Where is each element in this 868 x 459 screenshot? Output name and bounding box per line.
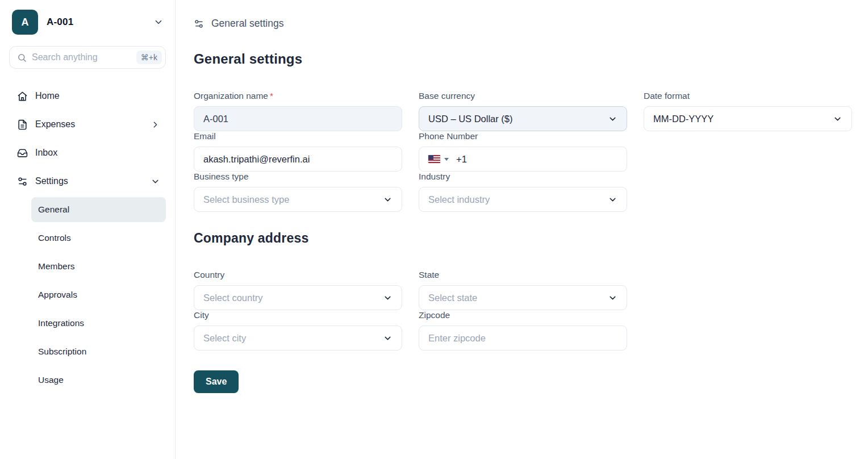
save-button[interactable]: Save [194, 370, 239, 393]
required-asterisk: * [270, 91, 273, 101]
business-type-select[interactable]: Select business type [194, 187, 402, 212]
chevron-down-icon [383, 195, 393, 205]
flag-caret-icon [444, 158, 449, 161]
industry-select[interactable]: Select industry [419, 187, 627, 212]
sidebar-item-approvals[interactable]: Approvals [31, 282, 166, 307]
chevron-right-icon [151, 120, 160, 130]
country-field: Country Select country [194, 270, 402, 310]
state-field: State Select state [419, 270, 627, 310]
business-type-field: Business type Select business type [194, 172, 402, 212]
zipcode-field: Zipcode [419, 310, 627, 350]
email-label: Email [194, 131, 402, 141]
industry-placeholder: Select industry [428, 194, 490, 205]
search-input[interactable] [32, 52, 136, 62]
form-row-3: Business type Select business type Indus… [194, 172, 852, 212]
base-currency-label: Base currency [419, 91, 627, 101]
form-row-1: Organization name* Base currency USD – U… [194, 91, 852, 131]
inbox-icon [17, 148, 28, 158]
search-icon [17, 53, 27, 62]
industry-field: Industry Select industry [419, 172, 627, 212]
home-icon [17, 91, 28, 102]
company-address-heading: Company address [194, 231, 852, 246]
industry-label: Industry [419, 172, 627, 182]
business-type-placeholder: Select business type [203, 194, 289, 205]
sidebar-item-label: Inbox [35, 148, 57, 158]
country-placeholder: Select country [203, 293, 263, 303]
country-label: Country [194, 270, 402, 280]
email-input[interactable] [194, 147, 402, 172]
sidebar-item-home[interactable]: Home [9, 84, 166, 109]
business-type-label: Business type [194, 172, 402, 182]
main-content: General settings General settings Organi… [176, 0, 868, 459]
sliders-icon [194, 19, 204, 29]
file-text-icon [17, 119, 28, 130]
general-settings-heading: General settings [194, 51, 852, 67]
phone-field: Phone Number +1 [419, 131, 627, 172]
city-field: City Select city [194, 310, 402, 350]
organization-name-label: Organization name* [194, 91, 402, 101]
zipcode-input[interactable] [419, 326, 627, 350]
sidebar-item-subscription[interactable]: Subscription [31, 339, 166, 364]
sidebar-nav: Home Expenses Inbox Settings [9, 84, 166, 393]
chevron-down-icon [383, 293, 393, 303]
search-shortcut-badge: ⌘+k [136, 51, 162, 64]
dial-code: +1 [456, 154, 467, 165]
chevron-down-icon [608, 195, 617, 205]
chevron-down-icon [153, 17, 164, 27]
sidebar-item-general[interactable]: General [31, 197, 166, 222]
city-placeholder: Select city [203, 333, 246, 344]
date-format-select[interactable]: MM-DD-YYYY [644, 106, 852, 131]
base-currency-value: USD – US Dollar ($) [428, 114, 513, 124]
breadcrumb: General settings [194, 18, 852, 30]
settings-subnav: General Controls Members Approvals Integ… [9, 197, 166, 393]
org-name: A-001 [47, 16, 73, 28]
sliders-icon [17, 176, 28, 187]
base-currency-select[interactable]: USD – US Dollar ($) [419, 106, 627, 131]
date-format-value: MM-DD-YYYY [653, 114, 713, 124]
base-currency-field: Base currency USD – US Dollar ($) [419, 91, 627, 131]
sidebar-item-members[interactable]: Members [31, 254, 166, 279]
city-label: City [194, 310, 402, 320]
sidebar-item-integrations[interactable]: Integrations [31, 311, 166, 336]
organization-name-input [194, 106, 402, 131]
sidebar-item-label: Home [35, 91, 60, 101]
sidebar: A A-001 ⌘+k Home Expenses [0, 0, 176, 459]
state-placeholder: Select state [428, 293, 477, 303]
sidebar-item-label: Expenses [35, 119, 75, 130]
org-switcher[interactable]: A A-001 [9, 9, 166, 35]
sidebar-item-controls[interactable]: Controls [31, 226, 166, 251]
state-select[interactable]: Select state [419, 285, 627, 310]
zipcode-label: Zipcode [419, 310, 627, 320]
country-select[interactable]: Select country [194, 285, 402, 310]
sidebar-item-settings[interactable]: Settings [9, 169, 166, 194]
us-flag-icon[interactable] [428, 155, 440, 163]
sidebar-item-label: Settings [35, 176, 68, 186]
chevron-down-icon [833, 114, 842, 124]
chevron-down-icon [608, 293, 617, 303]
form-row-5: City Select city Zipcode [194, 310, 852, 350]
city-select[interactable]: Select city [194, 326, 402, 350]
chevron-down-icon [151, 177, 160, 186]
phone-label: Phone Number [419, 131, 627, 141]
chevron-down-icon [383, 333, 393, 343]
sidebar-item-expenses[interactable]: Expenses [9, 112, 166, 137]
phone-input[interactable]: +1 [419, 147, 627, 172]
date-format-label: Date format [644, 91, 852, 101]
state-label: State [419, 270, 627, 280]
chevron-down-icon [608, 114, 617, 124]
sidebar-item-usage[interactable]: Usage [31, 368, 166, 393]
page-title: General settings [211, 18, 283, 30]
organization-name-field: Organization name* [194, 91, 402, 131]
search-box[interactable]: ⌘+k [9, 46, 166, 69]
form-row-2: Email Phone Number +1 [194, 131, 852, 172]
email-field: Email [194, 131, 402, 172]
sidebar-item-inbox[interactable]: Inbox [9, 140, 166, 165]
org-avatar: A [12, 10, 38, 35]
date-format-field: Date format MM-DD-YYYY [644, 91, 852, 131]
form-row-4: Country Select country State Select stat… [194, 270, 852, 310]
